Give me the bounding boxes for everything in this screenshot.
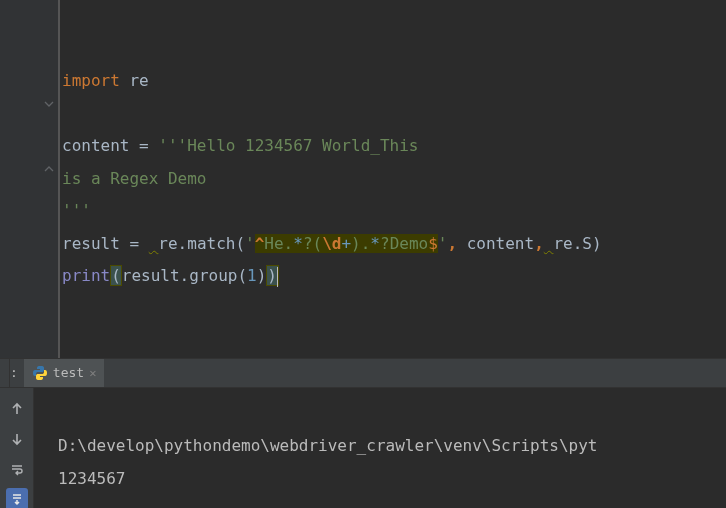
panel-stub [0,359,10,387]
squiggle [544,234,554,253]
close-icon[interactable]: ✕ [89,366,96,380]
regex-plus: + [341,234,351,253]
regex-rp: ) [351,234,361,253]
number-one: 1 [247,266,257,285]
regex-escape: \d [322,234,341,253]
code-content[interactable]: import recontent = '''Hello 1234567 Worl… [60,0,602,358]
arrow-down-icon[interactable] [6,428,28,450]
string-open: ''' [158,136,187,155]
paren-open: ( [110,265,122,286]
run-label: : [10,365,24,380]
console-output[interactable]: D:\develop\pythondemo\webdriver_crawler\… [34,388,597,509]
fold-marker-icon[interactable] [44,98,54,112]
regex-dot: . [284,234,294,253]
regex-star: * [370,234,380,253]
string-text: is a Regex Demo [62,169,207,188]
var-content: content = [62,136,158,155]
string-text: Hello 1234567 World_This [187,136,418,155]
regex-q: ? [380,234,390,253]
console-panel: D:\develop\pythondemo\webdriver_crawler\… [0,388,726,509]
arg-res: re.S) [553,234,601,253]
scroll-to-end-icon[interactable] [6,488,28,509]
regex-anchor: ^ [255,234,265,253]
regex-q: ? [303,234,313,253]
code-editor[interactable]: import recontent = '''Hello 1234567 Worl… [0,0,726,358]
keyword-import: import [62,71,120,90]
run-tab-test[interactable]: test ✕ [24,359,105,387]
paren-close: ) [257,266,267,285]
squiggle [149,234,159,253]
regex-quote: ' [245,234,255,253]
var-result: result = [62,234,149,253]
call-group: result.group( [122,266,247,285]
regex-lit: Demo [390,234,429,253]
run-tab-label: test [53,365,84,380]
regex-dot: . [361,234,371,253]
console-path: D:\develop\pythondemo\webdriver_crawler\… [58,436,597,455]
arg-content: content [467,234,534,253]
regex-lit: He [264,234,283,253]
paren-close-outer: ) [266,265,279,286]
arrow-up-icon[interactable] [6,398,28,420]
comma: , [534,234,544,253]
regex-quote: ' [438,234,448,253]
fold-end-marker-icon[interactable] [44,163,54,177]
module-re: re [120,71,149,90]
call-rematch: re.match( [158,234,245,253]
soft-wrap-icon[interactable] [6,458,28,480]
console-stdout: 1234567 [58,469,125,488]
regex-lp: ( [313,234,323,253]
python-icon [32,365,48,381]
builtin-print: print [62,266,110,285]
string-close: ''' [62,201,91,220]
editor-gutter [0,0,60,358]
regex-anchor-end: $ [428,234,438,253]
comma: , [447,234,466,253]
console-toolbar [0,388,34,509]
regex-star: * [293,234,303,253]
run-panel-tabs: : test ✕ [0,358,726,388]
